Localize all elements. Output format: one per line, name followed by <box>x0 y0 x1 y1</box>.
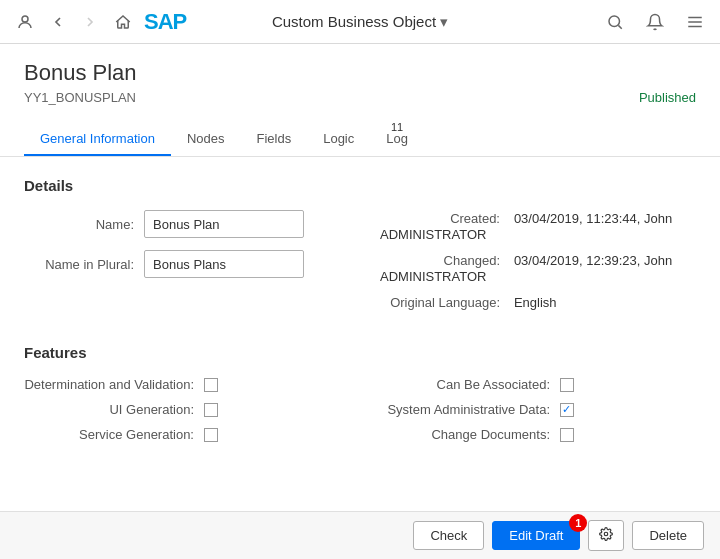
object-subtitle-row: YY1_BONUSPLAN Published <box>24 90 696 105</box>
person-icon[interactable] <box>12 11 38 33</box>
original-language-value: English <box>514 295 557 310</box>
sap-logo: SAP <box>144 9 186 35</box>
object-header: Bonus Plan YY1_BONUSPLAN Published Gener… <box>0 44 720 157</box>
notification-icon[interactable] <box>642 11 668 33</box>
tab-log[interactable]: 11 Log <box>370 113 424 156</box>
delete-button[interactable]: Delete <box>632 521 704 550</box>
name-row: Name: <box>24 210 340 238</box>
feature-ui-gen-checkbox[interactable] <box>204 403 218 417</box>
feature-row-sys-admin-data: System Administrative Data: <box>380 402 696 417</box>
title-dropdown-icon[interactable]: ▾ <box>440 13 448 31</box>
name-plural-label: Name in Plural: <box>24 257 144 272</box>
tab-general-information[interactable]: General Information <box>24 123 171 156</box>
feature-determination-label: Determination and Validation: <box>24 377 204 392</box>
original-language-row: Original Language: English <box>380 294 696 310</box>
object-subtitle: YY1_BONUSPLAN <box>24 90 136 105</box>
header-title-area: Custom Business Object ▾ <box>272 13 448 31</box>
details-section-title: Details <box>24 177 696 194</box>
details-form: Name: Name in Plural: Created: 03/04/201… <box>24 210 696 320</box>
tab-nodes[interactable]: Nodes <box>171 123 241 156</box>
details-form-left: Name: Name in Plural: <box>24 210 340 320</box>
features-left: Determination and Validation: UI Generat… <box>24 377 340 452</box>
check-button[interactable]: Check <box>413 521 484 550</box>
svg-point-1 <box>609 16 620 27</box>
svg-line-2 <box>618 25 621 28</box>
svg-point-0 <box>22 16 28 22</box>
header-actions <box>602 11 708 33</box>
name-plural-row: Name in Plural: <box>24 250 340 278</box>
name-plural-input[interactable] <box>144 250 304 278</box>
tab-fields[interactable]: Fields <box>240 123 307 156</box>
header-nav: SAP <box>12 9 186 35</box>
changed-label: Changed: <box>380 253 510 268</box>
feature-change-docs-label: Change Documents: <box>380 427 560 442</box>
app-title: Custom Business Object <box>272 13 436 30</box>
feature-sys-admin-data-label: System Administrative Data: <box>380 402 560 417</box>
feature-row-determination: Determination and Validation: <box>24 377 340 392</box>
back-icon[interactable] <box>46 12 70 32</box>
features-section-title: Features <box>24 344 696 361</box>
forward-icon[interactable] <box>78 12 102 32</box>
svg-point-6 <box>605 532 609 536</box>
feature-can-be-assoc-label: Can Be Associated: <box>380 377 560 392</box>
app-header: SAP Custom Business Object ▾ <box>0 0 720 44</box>
tabs-bar: General Information Nodes Fields Logic 1… <box>24 113 696 156</box>
menu-icon[interactable] <box>682 11 708 33</box>
feature-determination-checkbox[interactable] <box>204 378 218 392</box>
features-grid: Determination and Validation: UI Generat… <box>24 377 696 452</box>
feature-row-change-docs: Change Documents: <box>380 427 696 442</box>
main-content: Bonus Plan YY1_BONUSPLAN Published Gener… <box>0 44 720 559</box>
original-language-label: Original Language: <box>380 295 510 310</box>
changed-row: Changed: 03/04/2019, 12:39:23, John ADMI… <box>380 252 696 284</box>
object-title: Bonus Plan <box>24 60 696 86</box>
name-label: Name: <box>24 217 144 232</box>
created-label: Created: <box>380 211 510 226</box>
feature-service-gen-checkbox[interactable] <box>204 428 218 442</box>
created-row: Created: 03/04/2019, 11:23:44, John ADMI… <box>380 210 696 242</box>
feature-can-be-assoc-checkbox[interactable] <box>560 378 574 392</box>
details-form-right: Created: 03/04/2019, 11:23:44, John ADMI… <box>380 210 696 320</box>
edit-draft-badge: 1 <box>569 514 587 532</box>
feature-row-service-gen: Service Generation: <box>24 427 340 442</box>
footer-toolbar: Check Edit Draft 1 Delete <box>0 511 720 559</box>
tab-content: Details Name: Name in Plural: Created: 0… <box>0 157 720 511</box>
feature-row-can-be-assoc: Can Be Associated: <box>380 377 696 392</box>
tab-logic[interactable]: Logic <box>307 123 370 156</box>
feature-ui-gen-label: UI Generation: <box>24 402 204 417</box>
status-badge: Published <box>639 90 696 105</box>
name-input[interactable] <box>144 210 304 238</box>
features-right: Can Be Associated: System Administrative… <box>380 377 696 452</box>
settings-gear-button[interactable] <box>588 520 624 551</box>
features-section: Features Determination and Validation: U… <box>24 344 696 452</box>
home-icon[interactable] <box>110 11 136 33</box>
edit-draft-button[interactable]: Edit Draft 1 <box>492 521 580 550</box>
feature-change-docs-checkbox[interactable] <box>560 428 574 442</box>
feature-row-ui-gen: UI Generation: <box>24 402 340 417</box>
feature-service-gen-label: Service Generation: <box>24 427 204 442</box>
feature-sys-admin-data-checkbox[interactable] <box>560 403 574 417</box>
search-icon[interactable] <box>602 11 628 33</box>
